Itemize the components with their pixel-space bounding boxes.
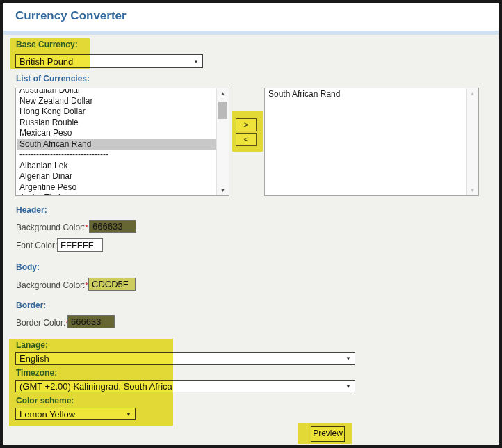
- scroll-up-icon[interactable]: ▲: [217, 90, 229, 97]
- list-item[interactable]: New Zealand Dollar: [17, 96, 216, 107]
- list-item[interactable]: Argentine Peso: [17, 182, 216, 193]
- list-item[interactable]: Mexican Peso: [17, 128, 216, 139]
- scrollbar[interactable]: ▲ ▼: [216, 88, 229, 195]
- page-title: Currency Converter: [15, 9, 127, 23]
- dropdown-caret-icon: ▼: [346, 383, 351, 390]
- timezone-value: (GMT +2:00) Kaliningrad, South Africa: [19, 381, 172, 392]
- scroll-down-icon[interactable]: ▼: [217, 187, 229, 193]
- language-select[interactable]: English ▼: [15, 352, 355, 365]
- chosen-currencies-list[interactable]: South African Rand ▲ ▼: [264, 88, 479, 196]
- dropdown-caret-icon: ▼: [193, 58, 199, 65]
- dropdown-caret-icon: ▼: [126, 411, 131, 417]
- color-scheme-select[interactable]: Lemon Yellow ▼: [15, 408, 136, 420]
- scroll-down-icon[interactable]: ▼: [467, 187, 478, 193]
- list-item[interactable]: Australian Dollar: [17, 89, 216, 96]
- body-bgcolor-label: Background Color:*: [16, 280, 88, 290]
- list-item[interactable]: --------------------------------: [17, 150, 216, 161]
- scrollbar-thumb[interactable]: [218, 102, 227, 119]
- move-right-button[interactable]: >: [236, 118, 257, 131]
- timezone-label: Timezone:: [16, 368, 57, 378]
- language-value: English: [19, 353, 49, 364]
- language-label: Lanage:: [16, 340, 48, 350]
- dropdown-caret-icon: ▼: [346, 355, 351, 362]
- header-bgcolor-input[interactable]: [89, 220, 136, 233]
- list-item[interactable]: Aruba Florin: [17, 193, 216, 195]
- list-item[interactable]: South African Rand: [17, 139, 216, 150]
- header-section-label: Header:: [16, 205, 47, 215]
- list-item[interactable]: Albanian Lek: [17, 161, 216, 172]
- move-left-button[interactable]: <: [236, 133, 257, 146]
- base-currency-value: British Pound: [19, 56, 73, 67]
- required-asterisk: *: [85, 223, 88, 232]
- color-scheme-value: Lemon Yellow: [19, 409, 75, 419]
- base-currency-label: Base Currency:: [16, 40, 78, 49]
- available-currencies-list[interactable]: Australian DollarNew Zealand DollarHong …: [15, 88, 229, 196]
- page: Currency Converter Base Currency: Britis…: [0, 0, 502, 448]
- body-bgcolor-input[interactable]: [88, 278, 136, 291]
- header-fontcolor-input[interactable]: [57, 238, 103, 252]
- color-scheme-label: Color scheme:: [16, 396, 74, 406]
- available-currencies-label: List of Currencies:: [16, 74, 90, 83]
- list-item[interactable]: Hong Kong Dollar: [17, 106, 216, 118]
- list-item[interactable]: Russian Rouble: [17, 118, 216, 129]
- timezone-select[interactable]: (GMT +2:00) Kaliningrad, South Africa ▼: [15, 380, 355, 392]
- scroll-up-icon[interactable]: ▲: [467, 90, 478, 97]
- scrollbar[interactable]: ▲ ▼: [466, 88, 478, 195]
- chosen-currency-item[interactable]: South African Rand: [266, 89, 466, 100]
- list-item[interactable]: Algerian Dinar: [17, 171, 216, 182]
- border-color-input[interactable]: [67, 315, 115, 328]
- border-color-label: Border Color:*: [16, 318, 69, 328]
- header-bgcolor-label: Background Color:*: [16, 223, 88, 232]
- preview-button[interactable]: Preview: [311, 426, 345, 442]
- header-fontcolor-label: Font Color:*: [16, 241, 60, 250]
- base-currency-select[interactable]: British Pound ▼: [15, 54, 203, 68]
- body-section-label: Body:: [16, 262, 40, 272]
- border-section-label: Border:: [16, 301, 46, 310]
